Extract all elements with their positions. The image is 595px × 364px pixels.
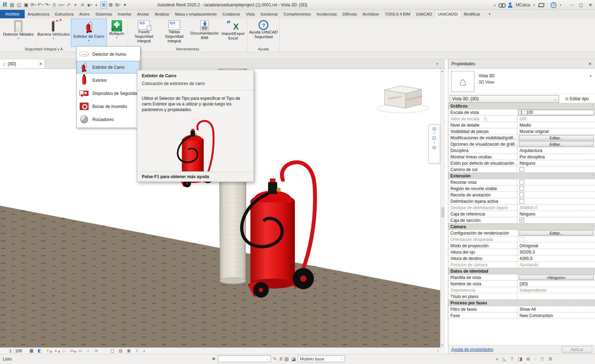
temporary-view-properties-icon[interactable]: ▢	[110, 348, 116, 353]
file-properties-icon[interactable]: ▤	[9, 1, 15, 8]
revit-logo[interactable]: R	[2, 1, 8, 8]
property-value[interactable]: {3D}	[518, 281, 528, 286]
ribbon-tab-tools-4-bim[interactable]: TOOLS 4 BIM	[382, 10, 413, 18]
shadows-icon[interactable]: ●✕	[53, 348, 59, 353]
ribbon-tab-incidencias[interactable]: Incidencias	[314, 10, 340, 18]
ribbon-tab-anotar[interactable]: Anotar	[134, 10, 152, 18]
property-value[interactable]: 4265.5	[518, 256, 533, 261]
property-value[interactable]: 30205.3	[518, 250, 535, 255]
displacement-sets-icon[interactable]: ▣	[126, 348, 132, 353]
ribbon-tab-acero[interactable]: Acero	[76, 10, 92, 18]
editable-only-icon[interactable]: ✎	[273, 356, 277, 362]
botiqu-n-button[interactable]: BOTIQUÍNBotiquín▾	[107, 19, 127, 47]
sun-path-icon[interactable]: ☀✕	[45, 348, 51, 353]
design-option-combo[interactable]: Modelo base ⌄	[298, 356, 345, 362]
checkbox[interactable]	[520, 237, 524, 242]
type-selector[interactable]: ⌂ Vista 3D 3D View ▾	[448, 69, 595, 94]
section-header-datos-de-identidad[interactable]: Datos de identidadˆ	[448, 268, 595, 274]
customize-qat-icon[interactable]: ▾	[122, 1, 128, 8]
edit-type-button[interactable]: ⧉ Editar tipo	[560, 95, 594, 103]
property-value-editor[interactable]: 1 : 100	[518, 110, 594, 115]
scrollbar-thumb[interactable]	[441, 207, 444, 218]
property-value[interactable]: Ninguno	[518, 161, 535, 166]
property-value[interactable]: Ortogonal	[518, 243, 538, 248]
section-header-c-mara[interactable]: Cámaraˆ	[448, 224, 595, 230]
checkbox[interactable]	[520, 193, 524, 197]
horizontal-scroll-right-icon[interactable]: ›	[437, 348, 439, 352]
menu-item-rociadores[interactable]: Rociadores	[77, 113, 140, 126]
account-icon[interactable]	[508, 2, 512, 8]
properties-close-icon[interactable]: ✕	[588, 61, 592, 66]
view-selector-combo[interactable]: Vista 3D: {3D} ⌄	[450, 95, 559, 103]
apply-button[interactable]: Aplicar	[562, 346, 592, 353]
ayuda-urbicad-seguridad-button[interactable]: ?Ayuda UrbiCAD Seguridad	[248, 19, 279, 47]
properties-help-link[interactable]: Ayuda de propiedades	[451, 347, 493, 352]
text-icon[interactable]: A	[79, 1, 86, 8]
property-value[interactable]: Mostrar original	[518, 129, 549, 134]
show-crop-icon[interactable]: ▭	[77, 348, 83, 353]
minimize-button[interactable]: ─	[570, 2, 573, 7]
maximize-button[interactable]: ▢	[579, 2, 583, 7]
property-value[interactable]: Medio	[518, 123, 531, 128]
infocenter-collapse-icon[interactable]: ◂	[494, 4, 495, 7]
help-icon[interactable]: ?	[551, 2, 557, 8]
selection-filter-icon[interactable]: ▽	[541, 356, 544, 362]
fases-seguridad-integral-button[interactable]: SySFases Seguridad Integral	[129, 19, 159, 47]
undo-icon[interactable]: ↶▾	[37, 1, 43, 8]
view-tab-3d[interactable]: ⌂ {3D} ✕	[0, 59, 45, 68]
ribbon-tab-insertar[interactable]: Insertar	[115, 10, 134, 18]
select-by-face-icon[interactable]: ◨	[518, 356, 522, 362]
ribbon-tab-sistemas[interactable]: Sistemas	[93, 10, 115, 18]
checkbox[interactable]: ✓	[520, 218, 524, 223]
thin-lines-icon[interactable]: ≣	[101, 1, 107, 8]
print-icon[interactable]: ⎙	[51, 1, 57, 8]
import-expor-excel-button[interactable]: X⇄Import/Expor Excel	[220, 19, 247, 47]
visual-style-icon[interactable]: ◧	[37, 348, 43, 353]
scroll-up-icon[interactable]: ▴	[442, 69, 443, 73]
property-value[interactable]: Arquitectura	[518, 148, 542, 153]
property-edit-button[interactable]: Editar...	[519, 135, 594, 140]
property-value[interactable]: Ajustando	[518, 262, 538, 267]
ribbon-tab-urbicadsi[interactable]: UrbiCADSI	[435, 10, 461, 18]
worksets-dialog-icon[interactable]: ▤	[285, 356, 289, 362]
background-processes-icon[interactable]: ◌	[534, 356, 537, 362]
tablas-seguridad-integral-button[interactable]: SySTablas Seguridad Integral	[159, 19, 189, 47]
property-edit-button[interactable]: Editar...	[519, 230, 594, 236]
property-value[interactable]: Por disciplina	[518, 154, 545, 159]
save-icon[interactable]: ▣	[23, 1, 29, 8]
menu-item-bocas-de-incendio[interactable]: Bocas de incendio	[77, 100, 140, 113]
zoom-region-icon[interactable]: ⊡	[432, 135, 436, 141]
scroll-down-icon[interactable]: ▾	[442, 344, 443, 347]
collapse-bar-icon[interactable]: ‹	[144, 348, 145, 353]
detail-level-icon[interactable]: ▦	[29, 348, 35, 353]
tab-overflow-icon[interactable]: ▾	[487, 10, 493, 18]
redo-icon[interactable]: ↷▾	[44, 1, 50, 8]
property-value[interactable]: Ninguno	[518, 212, 535, 217]
view-tab-close-icon[interactable]: ✕	[39, 62, 42, 66]
select-pinned-icon[interactable]: ⊤	[510, 356, 514, 362]
section-header-proceso-por-fases[interactable]: Proceso por fasesˆ	[448, 300, 595, 306]
default-3d-view-icon[interactable]: ◈▾	[86, 1, 93, 8]
reveal-hidden-icon[interactable]: ◌	[102, 348, 108, 353]
worksets-icon[interactable]: ❖	[212, 356, 216, 362]
menu-item-detector-de-humo[interactable]: Detector de humo	[77, 48, 140, 61]
property-value[interactable]: Independiente	[518, 288, 546, 293]
checkbox[interactable]	[520, 167, 524, 172]
canvas-vertical-scrollbar[interactable]: ▴ ▾	[440, 69, 445, 347]
ribbon-tab-colaborar[interactable]: Colaborar	[220, 10, 243, 18]
menu-item-extintor-de-carro[interactable]: Extintor de Carro	[77, 61, 140, 74]
extintor-de-carro-button[interactable]: Extintor de Carro▾	[71, 19, 107, 47]
file-tab[interactable]: Archivo	[0, 10, 25, 18]
sync-with-central-icon[interactable]: ⟳▾	[30, 1, 36, 8]
temporary-hide-isolate-icon[interactable]: ∞	[93, 348, 99, 353]
ribbon-tab-gestionar[interactable]: Gestionar	[257, 10, 281, 18]
property-edit-button[interactable]: <Ninguno>	[519, 275, 594, 280]
reveal-constraints-icon[interactable]: ⌶	[134, 348, 140, 353]
aligned-dimension-icon[interactable]: ↗	[65, 1, 72, 8]
ribbon-tab-estructura[interactable]: Estructura	[52, 10, 76, 18]
property-edit-button[interactable]: Editar...	[519, 141, 594, 147]
analytical-model-icon[interactable]: ▤	[118, 348, 124, 353]
property-value[interactable]: New Construction	[518, 313, 553, 318]
close-button[interactable]: ✕	[589, 2, 592, 7]
ribbon-tab-urbicad[interactable]: UrbiCAD	[413, 10, 435, 18]
